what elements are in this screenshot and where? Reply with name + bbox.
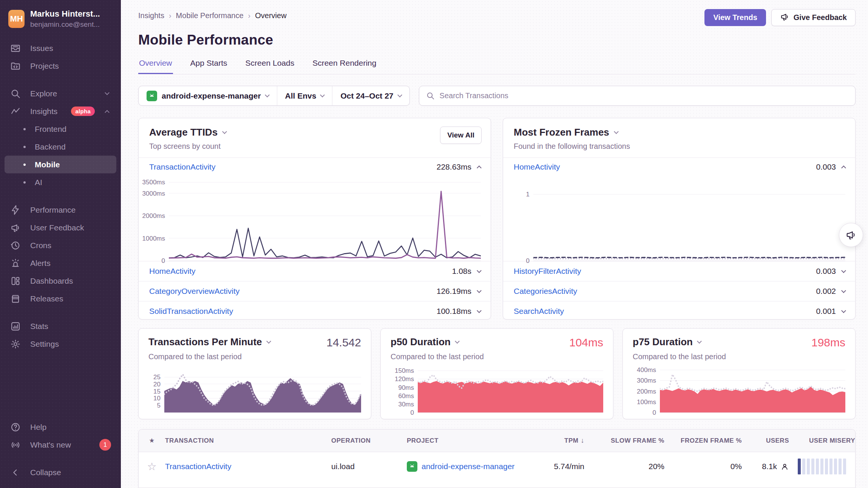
sidebar-item-issues[interactable]: Issues xyxy=(5,39,116,57)
column-header-tpm[interactable]: TPM↓ xyxy=(531,437,584,445)
sidebar-item-collapse[interactable]: Collapse xyxy=(5,463,116,481)
column-header-transaction[interactable]: TRANSACTION xyxy=(165,437,331,445)
chevron-down-icon[interactable] xyxy=(266,339,271,344)
column-header-operation[interactable]: OPERATION xyxy=(331,437,407,445)
page-title: Mobile Performance xyxy=(138,32,856,48)
chart-canvas xyxy=(533,178,845,261)
stats-icon xyxy=(10,321,21,332)
chart-canvas xyxy=(164,366,361,412)
sidebar: MH Markus Hinterst... benjamin.coe@sent.… xyxy=(0,0,121,488)
sidebar-item-frontend[interactable]: Frontend xyxy=(5,120,116,138)
column-header-users[interactable]: USERS xyxy=(742,437,789,445)
tab-app-starts[interactable]: App Starts xyxy=(190,59,228,74)
sidebar-item-mobile[interactable]: Mobile xyxy=(5,156,116,173)
axis-tick-label: 15 xyxy=(153,388,161,395)
sidebar-item-help[interactable]: Help xyxy=(5,418,116,436)
screen-link[interactable]: HomeActivity xyxy=(514,162,560,171)
breadcrumb-link[interactable]: Insights xyxy=(138,11,164,20)
chevron-down-icon[interactable] xyxy=(222,129,227,134)
environment-filter[interactable]: All Envs xyxy=(277,86,332,105)
view-all-button[interactable]: View All xyxy=(440,127,482,144)
user-menu[interactable]: MH Markus Hinterst... benjamin.coe@sent.… xyxy=(8,9,113,29)
chevron-down-icon[interactable] xyxy=(841,268,846,273)
screen-row: CategoryOverviewActivity126.19ms xyxy=(139,281,491,301)
misery-bar xyxy=(834,459,837,474)
column-header-slow[interactable]: SLOW FRAME % xyxy=(584,437,664,445)
column-label: PROJECT xyxy=(407,437,439,445)
axis-tick-label: 0 xyxy=(411,409,414,417)
project-link[interactable]: android-expense-manager xyxy=(422,462,514,471)
screen-link[interactable]: TransactionActivity xyxy=(149,162,215,171)
sidebar-item-stats[interactable]: Stats xyxy=(5,317,116,335)
column-header-project[interactable]: PROJECT xyxy=(407,437,531,445)
settings-icon xyxy=(10,338,21,350)
chevron-down-icon[interactable] xyxy=(614,129,619,134)
date-range-filter[interactable]: Oct 24–Oct 27 xyxy=(332,86,409,105)
sidebar-item-backend[interactable]: Backend xyxy=(5,138,116,156)
tab-screen-rendering[interactable]: Screen Rendering xyxy=(312,59,377,74)
screen-link[interactable]: HomeActivity xyxy=(149,267,196,276)
tpm-value: 14.542 xyxy=(326,336,361,349)
chevron-up-icon[interactable] xyxy=(841,165,846,170)
sidebar-item-label: Stats xyxy=(30,322,48,331)
column-header-misery[interactable]: USER MISERY xyxy=(789,437,855,445)
tab-screen-loads[interactable]: Screen Loads xyxy=(245,59,295,74)
chevron-down-icon[interactable] xyxy=(841,288,846,293)
alerts-icon xyxy=(10,258,21,269)
sidebar-item-alerts[interactable]: Alerts xyxy=(5,254,116,272)
sidebar-item-projects[interactable]: Projects xyxy=(5,57,116,75)
screen-link[interactable]: CategoryOverviewActivity xyxy=(149,287,239,296)
screen-row-expanded: TransactionActivity228.63ms xyxy=(139,158,491,176)
screen-row-expanded: HomeActivity0.003 xyxy=(503,158,855,176)
chart-plot xyxy=(660,366,845,413)
sidebar-item-whats-new[interactable]: What's new1 xyxy=(5,436,116,454)
y-axis: 150ms120ms90ms60ms30ms0 xyxy=(391,366,418,413)
feedback-widget-button[interactable] xyxy=(839,223,863,247)
star-column-icon[interactable]: ★ xyxy=(139,437,165,445)
give-feedback-button[interactable]: Give Feedback xyxy=(771,9,856,26)
screen-link[interactable]: SolidTransactionActivity xyxy=(149,307,233,316)
chevron-down-icon[interactable] xyxy=(455,339,460,344)
chevron-down-icon[interactable] xyxy=(697,339,702,344)
frozen-frame-cell: 0% xyxy=(664,462,742,471)
screen-link[interactable]: HistoryFilterActivity xyxy=(514,267,581,276)
axis-tick-label: 0 xyxy=(526,257,530,265)
screen-link[interactable]: SearchActivity xyxy=(514,307,564,316)
screen-row: HistoryFilterActivity0.003 xyxy=(503,261,855,281)
breadcrumb-separator: › xyxy=(248,11,251,20)
search-input[interactable] xyxy=(440,91,848,100)
broadcast-icon xyxy=(10,439,21,451)
breadcrumb-link[interactable]: Mobile Performance xyxy=(176,11,244,20)
star-toggle[interactable]: ☆ xyxy=(139,460,165,473)
breadcrumb-current: Overview xyxy=(255,11,286,20)
chevron-down-icon[interactable] xyxy=(477,308,482,313)
screen-value: 1.08s xyxy=(452,267,471,276)
sidebar-item-releases[interactable]: Releases xyxy=(5,290,116,307)
sidebar-item-ai[interactable]: AI xyxy=(5,173,116,191)
search-icon xyxy=(426,91,435,100)
chevron-up-icon[interactable] xyxy=(477,165,482,170)
tab-overview[interactable]: Overview xyxy=(138,59,173,74)
project-filter[interactable]: android-expense-manager xyxy=(139,86,277,105)
card-subtitle: Compared to the last period xyxy=(391,352,603,361)
chevron-down-icon[interactable] xyxy=(477,288,482,293)
axis-tick-label: 25 xyxy=(153,374,161,381)
crons-icon xyxy=(10,240,21,251)
column-header-frozen[interactable]: FROZEN FRAME % xyxy=(664,437,742,445)
view-trends-button[interactable]: View Trends xyxy=(704,9,766,26)
chevron-down-icon[interactable] xyxy=(841,308,846,313)
sidebar-item-settings[interactable]: Settings xyxy=(5,335,116,353)
sidebar-item-dashboards[interactable]: Dashboards xyxy=(5,272,116,290)
projects-icon xyxy=(10,60,21,72)
axis-tick-label: 0 xyxy=(162,257,165,265)
screen-link[interactable]: CategoriesActivity xyxy=(514,287,577,296)
tpm-cell: 5.74/min xyxy=(531,462,584,471)
sidebar-item-performance[interactable]: Performance xyxy=(5,201,116,219)
chevron-down-icon[interactable] xyxy=(477,268,482,273)
sidebar-item-crons[interactable]: Crons xyxy=(5,236,116,254)
sidebar-item-explore[interactable]: Explore xyxy=(5,85,116,102)
transaction-link[interactable]: TransactionActivity xyxy=(165,462,231,471)
collapse-icon xyxy=(10,467,21,478)
sidebar-item-user-feedback[interactable]: User Feedback xyxy=(5,219,116,236)
sidebar-item-insights[interactable]: Insightsalpha xyxy=(5,102,116,120)
